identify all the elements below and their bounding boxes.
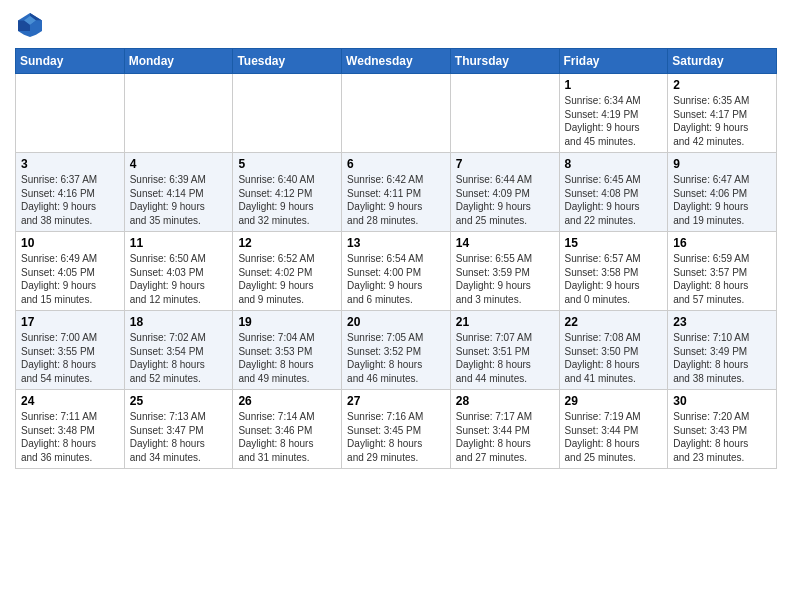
calendar-cell: 26Sunrise: 7:14 AM Sunset: 3:46 PM Dayli… — [233, 390, 342, 469]
day-info: Sunrise: 7:19 AM Sunset: 3:44 PM Dayligh… — [565, 410, 663, 464]
calendar-cell: 11Sunrise: 6:50 AM Sunset: 4:03 PM Dayli… — [124, 232, 233, 311]
logo-icon — [15, 10, 45, 40]
day-info: Sunrise: 7:17 AM Sunset: 3:44 PM Dayligh… — [456, 410, 554, 464]
week-row-3: 10Sunrise: 6:49 AM Sunset: 4:05 PM Dayli… — [16, 232, 777, 311]
day-number: 8 — [565, 157, 663, 171]
calendar-cell: 20Sunrise: 7:05 AM Sunset: 3:52 PM Dayli… — [342, 311, 451, 390]
calendar-cell — [450, 74, 559, 153]
day-number: 14 — [456, 236, 554, 250]
calendar-cell: 8Sunrise: 6:45 AM Sunset: 4:08 PM Daylig… — [559, 153, 668, 232]
day-number: 21 — [456, 315, 554, 329]
day-info: Sunrise: 7:02 AM Sunset: 3:54 PM Dayligh… — [130, 331, 228, 385]
page: SundayMondayTuesdayWednesdayThursdayFrid… — [0, 0, 792, 612]
weekday-header-row: SundayMondayTuesdayWednesdayThursdayFrid… — [16, 49, 777, 74]
day-info: Sunrise: 6:45 AM Sunset: 4:08 PM Dayligh… — [565, 173, 663, 227]
calendar-cell: 1Sunrise: 6:34 AM Sunset: 4:19 PM Daylig… — [559, 74, 668, 153]
day-info: Sunrise: 6:54 AM Sunset: 4:00 PM Dayligh… — [347, 252, 445, 306]
day-number: 12 — [238, 236, 336, 250]
calendar-cell: 22Sunrise: 7:08 AM Sunset: 3:50 PM Dayli… — [559, 311, 668, 390]
weekday-header-tuesday: Tuesday — [233, 49, 342, 74]
day-info: Sunrise: 7:11 AM Sunset: 3:48 PM Dayligh… — [21, 410, 119, 464]
day-number: 30 — [673, 394, 771, 408]
calendar-cell — [233, 74, 342, 153]
calendar-cell: 15Sunrise: 6:57 AM Sunset: 3:58 PM Dayli… — [559, 232, 668, 311]
day-number: 5 — [238, 157, 336, 171]
day-info: Sunrise: 7:05 AM Sunset: 3:52 PM Dayligh… — [347, 331, 445, 385]
weekday-header-friday: Friday — [559, 49, 668, 74]
calendar-cell: 10Sunrise: 6:49 AM Sunset: 4:05 PM Dayli… — [16, 232, 125, 311]
day-info: Sunrise: 7:14 AM Sunset: 3:46 PM Dayligh… — [238, 410, 336, 464]
day-info: Sunrise: 7:16 AM Sunset: 3:45 PM Dayligh… — [347, 410, 445, 464]
day-info: Sunrise: 7:07 AM Sunset: 3:51 PM Dayligh… — [456, 331, 554, 385]
calendar: SundayMondayTuesdayWednesdayThursdayFrid… — [15, 48, 777, 469]
calendar-cell: 29Sunrise: 7:19 AM Sunset: 3:44 PM Dayli… — [559, 390, 668, 469]
day-info: Sunrise: 6:39 AM Sunset: 4:14 PM Dayligh… — [130, 173, 228, 227]
day-info: Sunrise: 7:13 AM Sunset: 3:47 PM Dayligh… — [130, 410, 228, 464]
day-number: 10 — [21, 236, 119, 250]
day-info: Sunrise: 7:00 AM Sunset: 3:55 PM Dayligh… — [21, 331, 119, 385]
calendar-cell — [342, 74, 451, 153]
day-number: 11 — [130, 236, 228, 250]
day-number: 27 — [347, 394, 445, 408]
day-info: Sunrise: 7:10 AM Sunset: 3:49 PM Dayligh… — [673, 331, 771, 385]
day-number: 18 — [130, 315, 228, 329]
calendar-cell: 4Sunrise: 6:39 AM Sunset: 4:14 PM Daylig… — [124, 153, 233, 232]
calendar-cell: 18Sunrise: 7:02 AM Sunset: 3:54 PM Dayli… — [124, 311, 233, 390]
calendar-cell: 28Sunrise: 7:17 AM Sunset: 3:44 PM Dayli… — [450, 390, 559, 469]
weekday-header-monday: Monday — [124, 49, 233, 74]
calendar-cell: 12Sunrise: 6:52 AM Sunset: 4:02 PM Dayli… — [233, 232, 342, 311]
day-info: Sunrise: 6:44 AM Sunset: 4:09 PM Dayligh… — [456, 173, 554, 227]
weekday-header-wednesday: Wednesday — [342, 49, 451, 74]
calendar-cell: 13Sunrise: 6:54 AM Sunset: 4:00 PM Dayli… — [342, 232, 451, 311]
weekday-header-saturday: Saturday — [668, 49, 777, 74]
day-number: 7 — [456, 157, 554, 171]
day-info: Sunrise: 6:55 AM Sunset: 3:59 PM Dayligh… — [456, 252, 554, 306]
day-number: 4 — [130, 157, 228, 171]
calendar-cell — [124, 74, 233, 153]
calendar-cell: 19Sunrise: 7:04 AM Sunset: 3:53 PM Dayli… — [233, 311, 342, 390]
day-info: Sunrise: 6:59 AM Sunset: 3:57 PM Dayligh… — [673, 252, 771, 306]
day-number: 3 — [21, 157, 119, 171]
day-number: 15 — [565, 236, 663, 250]
calendar-cell: 24Sunrise: 7:11 AM Sunset: 3:48 PM Dayli… — [16, 390, 125, 469]
calendar-cell: 30Sunrise: 7:20 AM Sunset: 3:43 PM Dayli… — [668, 390, 777, 469]
calendar-cell: 23Sunrise: 7:10 AM Sunset: 3:49 PM Dayli… — [668, 311, 777, 390]
week-row-1: 1Sunrise: 6:34 AM Sunset: 4:19 PM Daylig… — [16, 74, 777, 153]
day-number: 29 — [565, 394, 663, 408]
day-number: 9 — [673, 157, 771, 171]
calendar-cell: 25Sunrise: 7:13 AM Sunset: 3:47 PM Dayli… — [124, 390, 233, 469]
calendar-cell: 9Sunrise: 6:47 AM Sunset: 4:06 PM Daylig… — [668, 153, 777, 232]
day-info: Sunrise: 6:35 AM Sunset: 4:17 PM Dayligh… — [673, 94, 771, 148]
day-number: 1 — [565, 78, 663, 92]
day-info: Sunrise: 6:50 AM Sunset: 4:03 PM Dayligh… — [130, 252, 228, 306]
calendar-cell: 5Sunrise: 6:40 AM Sunset: 4:12 PM Daylig… — [233, 153, 342, 232]
calendar-cell: 16Sunrise: 6:59 AM Sunset: 3:57 PM Dayli… — [668, 232, 777, 311]
day-info: Sunrise: 7:04 AM Sunset: 3:53 PM Dayligh… — [238, 331, 336, 385]
calendar-cell: 27Sunrise: 7:16 AM Sunset: 3:45 PM Dayli… — [342, 390, 451, 469]
day-info: Sunrise: 6:47 AM Sunset: 4:06 PM Dayligh… — [673, 173, 771, 227]
day-info: Sunrise: 6:37 AM Sunset: 4:16 PM Dayligh… — [21, 173, 119, 227]
header — [15, 10, 777, 40]
week-row-4: 17Sunrise: 7:00 AM Sunset: 3:55 PM Dayli… — [16, 311, 777, 390]
day-number: 19 — [238, 315, 336, 329]
day-number: 25 — [130, 394, 228, 408]
day-number: 6 — [347, 157, 445, 171]
week-row-2: 3Sunrise: 6:37 AM Sunset: 4:16 PM Daylig… — [16, 153, 777, 232]
day-number: 20 — [347, 315, 445, 329]
day-number: 17 — [21, 315, 119, 329]
calendar-cell: 17Sunrise: 7:00 AM Sunset: 3:55 PM Dayli… — [16, 311, 125, 390]
day-info: Sunrise: 6:34 AM Sunset: 4:19 PM Dayligh… — [565, 94, 663, 148]
day-info: Sunrise: 6:57 AM Sunset: 3:58 PM Dayligh… — [565, 252, 663, 306]
day-number: 23 — [673, 315, 771, 329]
weekday-header-sunday: Sunday — [16, 49, 125, 74]
day-info: Sunrise: 6:42 AM Sunset: 4:11 PM Dayligh… — [347, 173, 445, 227]
day-info: Sunrise: 7:20 AM Sunset: 3:43 PM Dayligh… — [673, 410, 771, 464]
calendar-cell: 7Sunrise: 6:44 AM Sunset: 4:09 PM Daylig… — [450, 153, 559, 232]
day-info: Sunrise: 7:08 AM Sunset: 3:50 PM Dayligh… — [565, 331, 663, 385]
day-info: Sunrise: 6:52 AM Sunset: 4:02 PM Dayligh… — [238, 252, 336, 306]
day-number: 22 — [565, 315, 663, 329]
day-number: 26 — [238, 394, 336, 408]
day-info: Sunrise: 6:49 AM Sunset: 4:05 PM Dayligh… — [21, 252, 119, 306]
day-number: 28 — [456, 394, 554, 408]
logo — [15, 10, 49, 40]
